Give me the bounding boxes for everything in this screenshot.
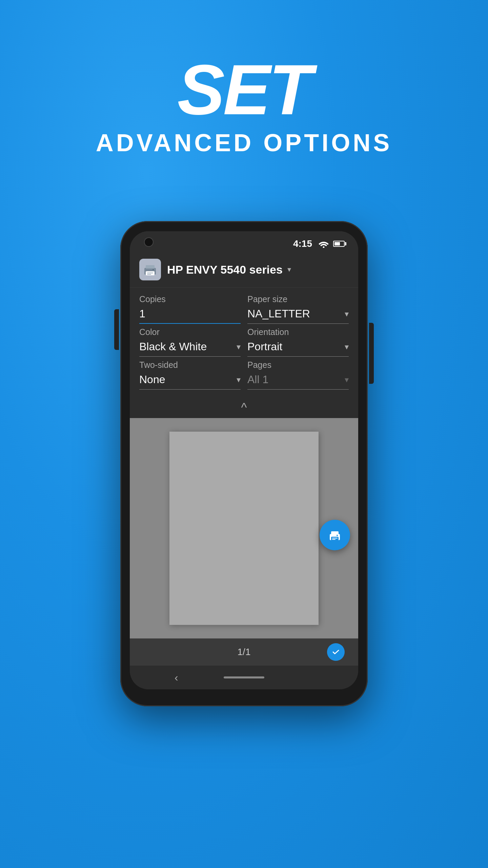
svg-rect-9 [331,537,339,540]
svg-rect-8 [331,531,339,535]
options-row-3: Two-sided None ▾ Pages All 1 ▾ [139,360,349,390]
two-sided-group: Two-sided None ▾ [139,360,241,390]
battery-icon [333,241,345,247]
options-panel: Copies 1 Paper size NA_LETTER ▾ [130,288,358,396]
page-subtitle: ADVANCED OPTIONS [96,129,392,157]
color-label: Color [139,327,241,337]
pages-value: All 1 [247,373,342,386]
svg-rect-4 [147,273,153,273]
collapse-expand-icon[interactable]: ^ [241,400,247,415]
copies-value-row[interactable]: 1 [139,307,241,324]
color-group: Color Black & White ▾ [139,327,241,357]
two-sided-value: None [139,373,234,386]
bottom-bar: 1/1 [130,638,358,666]
svg-rect-10 [332,538,338,538]
svg-point-12 [337,535,338,536]
paper-size-label: Paper size [247,294,349,304]
pages-dropdown-icon: ▾ [345,375,349,384]
color-dropdown-icon[interactable]: ▾ [237,342,241,352]
printer-icon [142,262,158,277]
check-icon [331,647,341,657]
nav-bar: ‹ [130,666,358,689]
page-wrapper: SET ADVANCED OPTIONS 4:15 [0,0,488,706]
paper-size-group: Paper size NA_LETTER ▾ [247,294,349,324]
svg-rect-5 [147,274,151,275]
svg-point-0 [323,246,325,248]
orientation-label: Orientation [247,327,349,337]
status-bar: 4:15 [130,231,358,253]
confirm-button[interactable] [327,643,345,661]
phone-frame: 4:15 [120,221,368,706]
battery-fill [334,242,340,245]
orientation-dropdown-icon[interactable]: ▾ [345,342,349,352]
printer-dropdown-arrow[interactable]: ▾ [287,265,291,274]
camera-notch [144,237,154,247]
phone-mockup: 4:15 [120,221,368,706]
copies-value: 1 [139,308,241,320]
orientation-group: Orientation Portrait ▾ [247,327,349,357]
pages-value-row[interactable]: All 1 ▾ [247,373,349,390]
expand-btn-row: ^ [130,396,358,418]
orientation-value-row[interactable]: Portrait ▾ [247,340,349,357]
two-sided-dropdown-icon[interactable]: ▾ [237,375,241,384]
paper-size-dropdown-icon[interactable]: ▾ [345,309,349,319]
options-row-2: Color Black & White ▾ Orientation Portra… [139,327,349,357]
home-indicator[interactable] [224,676,264,678]
printer-header[interactable]: HP ENVY 5540 series ▾ [130,253,358,288]
wifi-icon [318,240,329,248]
copies-group: Copies 1 [139,294,241,324]
two-sided-label: Two-sided [139,360,241,370]
orientation-value: Portrait [247,340,342,353]
paper-size-value: NA_LETTER [247,308,342,320]
svg-rect-2 [146,265,155,269]
header-section: SET ADVANCED OPTIONS [96,54,392,157]
paper-size-value-row[interactable]: NA_LETTER ▾ [247,307,349,324]
copies-label: Copies [139,294,241,304]
printer-name: HP ENVY 5540 series [167,263,283,276]
color-value-row[interactable]: Black & White ▾ [139,340,241,357]
print-fab-button[interactable] [320,520,350,550]
back-button[interactable]: ‹ [175,671,178,684]
pages-label: Pages [247,360,349,370]
page-count: 1/1 [210,647,278,657]
two-sided-value-row[interactable]: None ▾ [139,373,241,390]
options-row-1: Copies 1 Paper size NA_LETTER ▾ [139,294,349,324]
printer-icon-wrap [139,259,161,280]
pages-group: Pages All 1 ▾ [247,360,349,390]
color-value: Black & White [139,340,234,353]
status-time: 4:15 [293,238,312,249]
status-icons [318,240,345,248]
phone-screen: 4:15 [130,231,358,689]
preview-paper [169,432,319,625]
print-fab-icon [327,527,343,543]
page-title: SET [96,54,392,125]
svg-point-6 [152,269,154,270]
svg-rect-11 [332,539,336,540]
